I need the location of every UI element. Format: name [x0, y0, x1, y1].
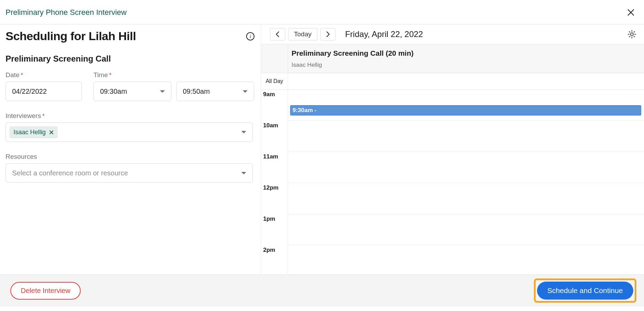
date-value: 04/22/2022	[12, 88, 47, 95]
today-button[interactable]: Today	[288, 28, 317, 40]
modal-title: Preliminary Phone Screen Interview	[6, 8, 127, 17]
hour-row[interactable]	[288, 121, 644, 152]
calendar-date-display: Friday, April 22, 2022	[345, 29, 423, 39]
close-icon	[49, 130, 54, 135]
hour-label: 9am	[261, 90, 288, 121]
required-marker: *	[109, 72, 111, 78]
hour-label: 11am	[261, 152, 288, 183]
interviewers-label: Interviewers	[6, 112, 41, 120]
hour-label: 12pm	[261, 183, 288, 214]
hour-row[interactable]	[288, 152, 644, 183]
next-day-button[interactable]	[320, 28, 336, 40]
form-pane: Scheduling for Lilah Hill i Preliminary …	[0, 25, 261, 274]
calendar-header-title: Preliminary Screening Call (20 min)	[292, 49, 641, 57]
date-label: Date	[6, 71, 19, 79]
svg-point-2	[630, 33, 633, 36]
calendar-header-interviewer: Isaac Hellig	[292, 62, 641, 68]
time-label: Time	[93, 71, 108, 79]
start-time-value: 09:30am	[100, 88, 127, 95]
schedule-continue-button[interactable]: Schedule and Continue	[537, 282, 633, 300]
delete-interview-button[interactable]: Delete Interview	[10, 282, 81, 300]
info-button[interactable]: i	[245, 31, 255, 41]
calendar-toolbar: Today Friday, April 22, 2022	[261, 25, 644, 44]
prev-day-button[interactable]	[270, 28, 285, 40]
calendar-settings-button[interactable]	[627, 29, 637, 39]
scheduled-event[interactable]: 9:30am -	[290, 105, 641, 116]
resources-label: Resources	[6, 153, 37, 161]
chevron-down-icon	[241, 172, 246, 174]
end-time-value: 09:50am	[183, 88, 210, 95]
hour-row[interactable]	[288, 245, 644, 274]
start-time-select[interactable]: 09:30am	[93, 82, 171, 101]
close-icon	[627, 9, 635, 16]
end-time-select[interactable]: 09:50am	[176, 82, 254, 101]
required-marker: *	[21, 72, 23, 78]
allday-label: All Day	[261, 73, 288, 89]
section-title: Preliminary Screening Call	[6, 54, 255, 64]
date-input[interactable]: 04/22/2022	[6, 82, 82, 101]
calendar-pane: Today Friday, April 22, 2022 Preliminary…	[261, 25, 644, 274]
chevron-left-icon	[275, 31, 280, 37]
hour-label: 2pm	[261, 245, 288, 274]
calendar-grid[interactable]: 9:30am -	[288, 90, 644, 274]
hour-label: 1pm	[261, 214, 288, 245]
interviewer-chip-label: Isaac Hellig	[14, 129, 46, 136]
remove-chip-button[interactable]	[49, 130, 54, 135]
info-icon: i	[246, 32, 255, 41]
hour-row[interactable]: 9:30am -	[288, 90, 644, 121]
hour-row[interactable]	[288, 183, 644, 214]
chevron-down-icon	[160, 90, 165, 93]
allday-cell[interactable]	[288, 73, 644, 89]
hour-row[interactable]	[288, 214, 644, 245]
svg-text:i: i	[250, 34, 251, 39]
calendar-column-header: Preliminary Screening Call (20 min) Isaa…	[261, 44, 644, 73]
hour-label: 10am	[261, 121, 288, 152]
footer: Delete Interview Schedule and Continue	[0, 274, 644, 307]
interviewer-chip: Isaac Hellig	[9, 126, 58, 138]
chevron-down-icon	[243, 90, 248, 93]
interviewers-input[interactable]: Isaac Hellig	[6, 122, 253, 142]
close-button[interactable]	[626, 8, 636, 17]
highlight-callout: Schedule and Continue	[534, 278, 636, 303]
calendar-time-column: 9am 10am 11am 12pm 1pm 2pm	[261, 90, 288, 274]
chevron-down-icon	[241, 131, 246, 134]
required-marker: *	[42, 113, 44, 119]
page-title: Scheduling for Lilah Hill	[6, 29, 136, 43]
chevron-right-icon	[325, 31, 330, 37]
modal-header: Preliminary Phone Screen Interview	[0, 0, 644, 25]
resources-placeholder: Select a conference room or resource	[12, 169, 128, 177]
gear-icon	[627, 30, 636, 39]
resources-select[interactable]: Select a conference room or resource	[6, 163, 253, 183]
